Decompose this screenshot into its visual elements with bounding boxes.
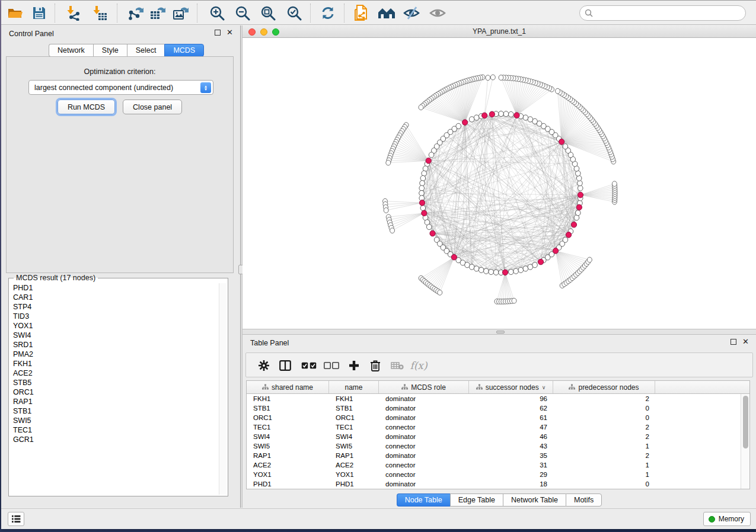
cell-shared-name[interactable]: TEC1: [247, 422, 329, 432]
leaf-node[interactable]: [419, 105, 423, 110]
cell-MCDS-role[interactable]: connector: [379, 422, 469, 432]
mcds-result-item[interactable]: SWI4: [10, 331, 218, 340]
mcds-result-item[interactable]: ACE2: [10, 368, 218, 378]
mcds-result-item[interactable]: SWI5: [10, 416, 218, 425]
mcds-result-item[interactable]: GCR1: [10, 435, 218, 444]
mcds-hub-node[interactable]: [422, 210, 427, 216]
mcds-hub-node[interactable]: [578, 192, 583, 198]
delete-columns-icon[interactable]: [366, 356, 385, 375]
cell-name[interactable]: ACE2: [329, 460, 379, 470]
tab-network-table[interactable]: Network Table: [503, 493, 566, 507]
cell-name[interactable]: SWI4: [329, 432, 379, 441]
ring-node[interactable]: [508, 269, 513, 274]
ring-node[interactable]: [563, 237, 568, 242]
close-panel-button[interactable]: Close panel: [123, 100, 182, 114]
column-header-name[interactable]: name: [329, 381, 379, 393]
cell-shared-name[interactable]: STB1: [247, 403, 329, 413]
mcds-hub-node[interactable]: [451, 254, 457, 260]
cell-shared-name[interactable]: PHD1: [247, 479, 329, 489]
leaf-node[interactable]: [587, 257, 592, 262]
leaf-node[interactable]: [390, 228, 395, 233]
save-session-icon[interactable]: [30, 4, 49, 22]
zoom-fit-icon[interactable]: [259, 4, 277, 22]
table-row[interactable]: ORC1ORC1dominator610: [247, 413, 741, 422]
cell-shared-name[interactable]: FKH1: [247, 394, 329, 403]
cell-predecessor-nodes[interactable]: 0: [553, 413, 655, 422]
float-panel-icon[interactable]: [215, 30, 221, 36]
ring-node[interactable]: [499, 111, 504, 116]
close-panel-icon[interactable]: ✕: [227, 30, 233, 36]
ring-node[interactable]: [489, 269, 494, 274]
column-header-MCDS-role[interactable]: MCDS role: [379, 381, 469, 393]
ring-node[interactable]: [419, 185, 425, 191]
ring-node[interactable]: [528, 117, 533, 122]
table-row[interactable]: ACE2ACE2connector311: [247, 460, 741, 470]
tab-edge-table[interactable]: Edge Table: [450, 493, 503, 507]
add-column-icon[interactable]: [344, 356, 363, 375]
export-image-icon[interactable]: [171, 4, 190, 22]
leaf-node[interactable]: [438, 290, 442, 295]
ring-node[interactable]: [479, 267, 484, 273]
cell-successor-nodes[interactable]: 47: [469, 422, 553, 432]
table-row[interactable]: YOX1YOX1connector291: [247, 470, 741, 479]
hide-details-icon[interactable]: [402, 4, 421, 22]
mcds-hub-node[interactable]: [538, 259, 543, 265]
tab-style[interactable]: Style: [93, 44, 127, 57]
mcds-hub-node[interactable]: [489, 111, 495, 117]
cell-predecessor-nodes[interactable]: 2: [553, 451, 655, 460]
leaf-node[interactable]: [386, 160, 391, 165]
ring-node[interactable]: [493, 270, 499, 275]
mcds-hub-node[interactable]: [566, 232, 571, 238]
ring-node[interactable]: [422, 171, 427, 176]
cell-name[interactable]: FKH1: [329, 394, 379, 403]
table-row[interactable]: TEC1TEC1connector472: [247, 422, 741, 432]
horizontal-splitter-handle[interactable]: [496, 331, 505, 334]
ring-node[interactable]: [518, 267, 524, 273]
tab-mcds[interactable]: MCDS: [164, 44, 204, 57]
cell-name[interactable]: PHD1: [329, 479, 379, 489]
ring-node[interactable]: [532, 262, 538, 268]
cell-predecessor-nodes[interactable]: 2: [553, 422, 655, 432]
cell-name[interactable]: STB1: [329, 403, 379, 413]
table-row[interactable]: SWI5SWI5connector431: [247, 441, 741, 451]
leaf-node[interactable]: [556, 88, 560, 94]
mcds-hub-node[interactable]: [426, 158, 431, 164]
cell-MCDS-role[interactable]: dominator: [379, 413, 469, 422]
table-row[interactable]: STB1STB1dominator620: [247, 403, 741, 413]
export-table-icon[interactable]: [148, 4, 167, 22]
cell-successor-nodes[interactable]: 35: [469, 451, 553, 460]
cell-successor-nodes[interactable]: 62: [469, 403, 553, 413]
mcds-result-item[interactable]: STP4: [10, 302, 218, 312]
cell-predecessor-nodes[interactable]: 0: [553, 479, 655, 489]
leaf-node[interactable]: [612, 181, 617, 187]
column-header-shared-name[interactable]: shared name: [247, 381, 329, 393]
cell-MCDS-role[interactable]: connector: [379, 470, 469, 479]
ring-node[interactable]: [578, 181, 583, 186]
ring-node[interactable]: [474, 266, 479, 271]
deselect-all-icon[interactable]: [322, 356, 341, 375]
cell-predecessor-nodes[interactable]: 1: [553, 441, 655, 451]
mcds-hub-node[interactable]: [419, 200, 425, 206]
table-scrollbar[interactable]: [741, 394, 749, 489]
mcds-result-item[interactable]: PHD1: [10, 283, 218, 293]
ring-node[interactable]: [576, 175, 582, 181]
tab-network[interactable]: Network: [49, 44, 93, 57]
table-mode-gear-icon[interactable]: [254, 356, 273, 375]
close-table-panel-icon[interactable]: ✕: [742, 339, 749, 345]
open-file-icon[interactable]: [6, 4, 25, 22]
ring-node[interactable]: [426, 224, 432, 229]
mcds-result-item[interactable]: STB5: [10, 378, 218, 387]
mcds-hub-node[interactable]: [482, 113, 487, 118]
cell-successor-nodes[interactable]: 46: [469, 432, 553, 441]
cell-predecessor-nodes[interactable]: 1: [553, 470, 655, 479]
ring-node[interactable]: [420, 175, 426, 181]
ring-node[interactable]: [575, 210, 580, 216]
refresh-view-icon[interactable]: [318, 4, 337, 22]
cell-shared-name[interactable]: SWI4: [247, 432, 329, 441]
cell-shared-name[interactable]: SWI5: [247, 441, 329, 451]
cell-predecessor-nodes[interactable]: 0: [553, 403, 655, 413]
zoom-out-icon[interactable]: [233, 4, 252, 22]
cell-successor-nodes[interactable]: 43: [469, 441, 553, 451]
cell-shared-name[interactable]: ORC1: [247, 413, 329, 422]
mcds-hub-node[interactable]: [553, 248, 558, 254]
